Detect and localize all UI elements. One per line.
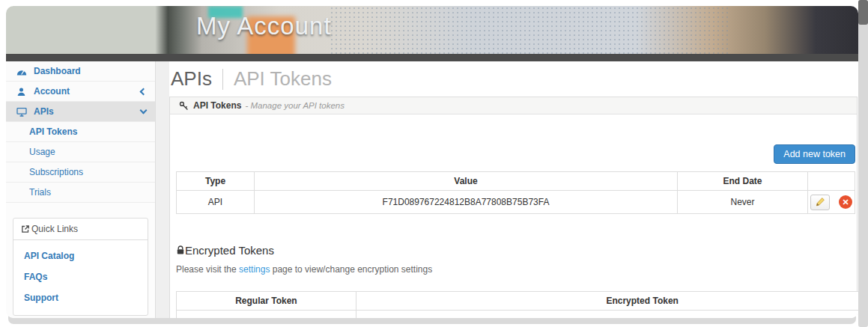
lock-icon [176, 245, 185, 255]
encryption-settings-note: Please visit the settings page to view/c… [176, 264, 855, 275]
user-icon [16, 87, 28, 97]
content-gutter [156, 61, 169, 318]
quick-link-faqs[interactable]: FAQs [13, 266, 148, 287]
sidebar-item-label: APIs [34, 106, 54, 117]
note-text: Please visit the [176, 264, 239, 275]
page-scrollbar[interactable] [858, 0, 868, 327]
sidebar-item-label: Usage [29, 147, 55, 157]
encrypted-tokens-heading: Encrypted Tokens [176, 244, 855, 257]
sidebar-item-label: Subscriptions [29, 167, 83, 177]
column-header-encrypted-token: Encrypted Token [356, 292, 858, 311]
delete-x-icon: ✕ [842, 198, 849, 207]
token-type-cell: API [177, 191, 255, 214]
panel-title: API Tokens [193, 100, 241, 111]
chevron-left-icon [140, 88, 148, 95]
column-header-regular-token: Regular Token [177, 292, 356, 311]
column-header-end-date: End Date [678, 172, 808, 191]
breadcrumb: APIs API Tokens [171, 67, 858, 91]
quick-links-title: Quick Links [31, 224, 78, 234]
table-row: API F71D089767224812B8A77808B75B73FA Nev… [177, 191, 855, 214]
panel-body: Add new token Type Value End Date [170, 144, 857, 318]
note-text: page to view/change encryption settings [270, 264, 432, 275]
table-header-row: Type Value End Date [177, 172, 855, 191]
sidebar-item-label: Trials [29, 187, 51, 198]
encrypted-tokens-title: Encrypted Tokens [185, 244, 274, 257]
content-area: Dashboard Account APIs API Tokens [6, 61, 858, 318]
encrypted-token-cell: E7B56DEF36BF1B2E82DABAD4509E86FFA4DAC7A4… [356, 311, 858, 319]
sidebar-item-trials[interactable]: Trials [6, 183, 155, 203]
dashboard-icon [16, 67, 28, 76]
breadcrumb-page: API Tokens [234, 67, 332, 91]
token-value-cell: F71D089767224812B8A77808B75B73FA [255, 191, 678, 214]
table-header-row: Regular Token Encrypted Token [177, 292, 859, 311]
quick-links-body: API Catalog FAQs Support [13, 240, 148, 315]
banner-divider [6, 54, 858, 61]
breadcrumb-section: APIs [171, 67, 212, 91]
breadcrumb-divider [222, 69, 223, 90]
app-window: My Account Dashboard Account [6, 6, 858, 318]
key-icon [179, 101, 189, 111]
edit-token-button[interactable] [810, 195, 830, 210]
page-title: My Account [196, 12, 332, 40]
sidebar-item-subscriptions[interactable]: Subscriptions [6, 162, 155, 183]
sidebar-item-label: Account [34, 86, 70, 97]
token-actions-cell: ✕ [808, 191, 855, 214]
quick-links-panel: Quick Links API Catalog FAQs Support [13, 218, 148, 316]
sidebar-item-usage[interactable]: Usage [6, 142, 155, 162]
panel-subtitle: - Manage your API tokens [245, 101, 345, 110]
column-header-value: Value [255, 172, 678, 191]
hero-banner: My Account [6, 6, 858, 54]
api-tokens-panel: API Tokens - Manage your API tokens Add … [169, 97, 858, 318]
sidebar-item-apis[interactable]: APIs [6, 102, 155, 122]
quick-link-api-catalog[interactable]: API Catalog [13, 245, 148, 266]
sidebar: Dashboard Account APIs API Tokens [6, 61, 156, 318]
banner-dots-overlay [330, 6, 730, 54]
tokens-table: Type Value End Date API F71D089767224812… [176, 171, 855, 214]
scrollbar-thumb[interactable] [858, 0, 868, 25]
sidebar-item-label: API Tokens [29, 126, 77, 137]
panel-header: API Tokens - Manage your API tokens [170, 97, 857, 114]
sidebar-item-account[interactable]: Account [6, 82, 155, 102]
chevron-down-icon [140, 107, 148, 114]
column-header-type: Type [177, 172, 255, 191]
external-link-icon [21, 224, 30, 233]
quick-links-header: Quick Links [13, 218, 148, 240]
sidebar-item-dashboard[interactable]: Dashboard [6, 61, 155, 82]
delete-token-button[interactable]: ✕ [839, 195, 852, 209]
settings-link[interactable]: settings [239, 264, 270, 275]
column-header-actions [808, 172, 855, 191]
add-new-token-button[interactable]: Add new token [774, 144, 855, 164]
table-row: F71D089767224812B8A77808B75B73FA E7B56DE… [177, 311, 859, 319]
pencil-icon [815, 197, 825, 207]
desktop-icon [16, 107, 28, 117]
encrypted-tokens-table: Regular Token Encrypted Token F71D089767… [176, 291, 858, 318]
regular-token-cell: F71D089767224812B8A77808B75B73FA [177, 311, 356, 319]
main-content: APIs API Tokens API Tokens - Manage your… [156, 61, 858, 318]
sidebar-item-api-tokens[interactable]: API Tokens [6, 122, 155, 142]
sidebar-item-label: Dashboard [34, 66, 81, 76]
token-end-date-cell: Never [678, 191, 808, 214]
quick-link-support[interactable]: Support [13, 287, 148, 308]
